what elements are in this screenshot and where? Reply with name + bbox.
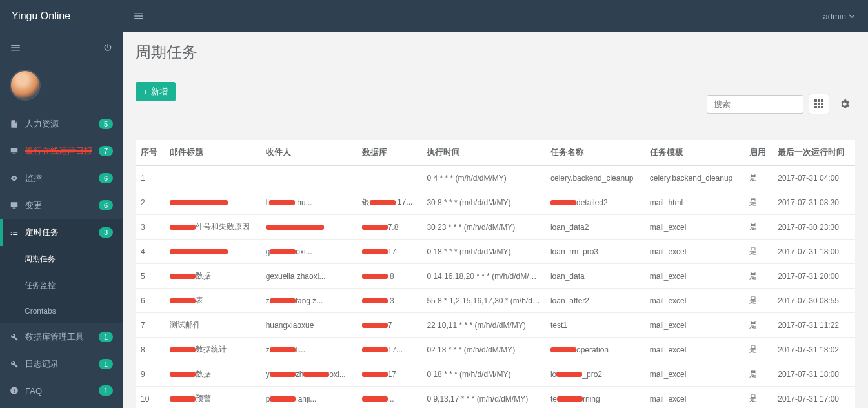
table-cell: yzhoxi... — [261, 362, 357, 387]
sidebar-toggle-icon[interactable] — [10, 42, 21, 54]
table-cell: 数据统计 — [165, 338, 261, 362]
table-cell: 17 — [357, 240, 422, 264]
table-cell: 22 10,11 * * * (m/h/d/dM/MY) — [421, 313, 545, 338]
table-cell: loan_data — [545, 264, 645, 289]
table-cell: li hu... — [261, 190, 357, 215]
column-header-3[interactable]: 数据库 — [357, 140, 422, 165]
table-cell: zfang z... — [261, 289, 357, 313]
table-row[interactable]: 3件号和失败原因7.830 23 * * * (m/h/d/dM/MY)loan… — [136, 215, 855, 240]
sidebar-item-label: 数据库管理工具 — [25, 331, 99, 343]
table-cell: .8 — [357, 264, 422, 289]
list-icon — [10, 228, 20, 237]
table-cell: zli... — [261, 338, 357, 362]
column-header-0[interactable]: 序号 — [136, 140, 165, 165]
table-cell: 0 14,16,18,20 * * * (m/h/d/dM/MY) — [421, 264, 545, 289]
sidebar-subitem-2[interactable]: Crontabs — [0, 299, 123, 323]
table-cell: 是 — [744, 362, 773, 387]
table-cell: celery.backend_cleanup — [545, 165, 645, 190]
sidebar-item-0[interactable]: 人力资源5 — [0, 110, 123, 138]
column-header-5[interactable]: 任务名称 — [545, 140, 645, 165]
table-cell: 2017-07-31 04:00 — [772, 165, 855, 190]
menu-toggle-icon[interactable] — [123, 0, 155, 32]
sidebar-item-7[interactable]: !FAQ1 — [0, 378, 123, 403]
svg-text:!: ! — [14, 388, 15, 394]
table-row[interactable]: 8数据统计zli...17...02 18 * * * (m/h/d/dM/MY… — [136, 338, 855, 362]
table-cell: mail_excel — [645, 215, 744, 240]
table-cell: 3 — [136, 215, 165, 240]
table-cell: huangxiaoxue — [261, 313, 357, 338]
sidebar: 人力资源5银行在线运营日报7监控6变更6定时任务3周期任务任务监控Crontab… — [0, 32, 123, 408]
table-cell: ... — [357, 387, 422, 409]
plus-icon: + — [143, 87, 148, 97]
sidebar-subitem-label: 周期任务 — [25, 254, 113, 265]
table-row[interactable]: 2li hu...银 17...30 8 * * * (m/h/d/dM/MY)… — [136, 190, 855, 215]
table-cell: 是 — [744, 313, 773, 338]
table-cell: 数据 — [165, 362, 261, 387]
sidebar-item-3[interactable]: 变更6 — [0, 192, 123, 219]
column-header-4[interactable]: 执行时间 — [421, 140, 545, 165]
table-cell: mail_excel — [645, 362, 744, 387]
sidebar-item-badge: 6 — [99, 200, 113, 210]
info-icon: ! — [10, 386, 20, 395]
table-row[interactable]: 6表zfang z....355 8 * 1,2,15,16,17,30 * (… — [136, 289, 855, 313]
table-cell: p anji... — [261, 387, 357, 409]
table-cell: terning — [545, 387, 645, 409]
table-row[interactable]: 9数据yzhoxi...170 18 * * * (m/h/d/dM/MY)lo… — [136, 362, 855, 387]
table-row[interactable]: 4goxi...170 18 * * * (m/h/d/dM/MY)loan_r… — [136, 240, 855, 264]
column-header-7[interactable]: 启用 — [744, 140, 773, 165]
wrench-icon — [10, 360, 20, 369]
wrench-icon — [10, 332, 20, 342]
table-row[interactable]: 10 4 * * * (m/h/d/dM/MY)celery.backend_c… — [136, 165, 855, 190]
sidebar-item-1[interactable]: 银行在线运营日报7 — [0, 138, 123, 165]
table-cell: 7 — [136, 313, 165, 338]
table-row[interactable]: 7测试邮件huangxiaoxue722 10,11 * * * (m/h/d/… — [136, 313, 855, 338]
grid-icon — [814, 99, 823, 108]
avatar[interactable] — [10, 70, 41, 101]
sidebar-item-5[interactable]: 数据库管理工具1 — [0, 323, 123, 351]
table-cell: 2017-07-31 11:22 — [772, 313, 855, 338]
table-row[interactable]: 5数据gexueiia zhaoxi....80 14,16,18,20 * *… — [136, 264, 855, 289]
sidebar-subitem-label: 任务监控 — [25, 280, 113, 291]
sidebar-subitem-0[interactable]: 周期任务 — [0, 246, 123, 272]
table-cell: 是 — [744, 264, 773, 289]
table-cell: loan_after2 — [545, 289, 645, 313]
columns-toggle-button[interactable] — [809, 94, 829, 114]
add-button[interactable]: + 新增 — [136, 82, 176, 101]
table-cell — [165, 165, 261, 190]
table-cell: 5 — [136, 264, 165, 289]
table-cell: 10 — [136, 387, 165, 409]
column-header-2[interactable]: 收件人 — [261, 140, 357, 165]
table-row[interactable]: 10预警p anji......0 9,13,17 * * * (m/h/d/d… — [136, 387, 855, 409]
sidebar-item-6[interactable]: 日志记录1 — [0, 351, 123, 378]
table-cell: 0 18 * * * (m/h/d/dM/MY) — [421, 362, 545, 387]
brand[interactable]: Yingu Online — [0, 0, 123, 32]
table-cell: 是 — [744, 338, 773, 362]
table-cell: goxi... — [261, 240, 357, 264]
sidebar-item-2[interactable]: 监控6 — [0, 165, 123, 192]
column-header-8[interactable]: 最后一次运行时间 — [772, 140, 855, 165]
svg-rect-3 — [818, 99, 820, 102]
sidebar-item-label: 监控 — [25, 172, 99, 184]
sidebar-item-4[interactable]: 定时任务3 — [0, 219, 123, 246]
table-cell — [261, 215, 357, 240]
table-cell: 2017-07-31 18:00 — [772, 240, 855, 264]
table-cell: 件号和失败原因 — [165, 215, 261, 240]
user-menu[interactable]: admin — [811, 12, 868, 21]
settings-button[interactable] — [834, 94, 855, 114]
table-cell: 30 8 * * * (m/h/d/dM/MY) — [421, 190, 545, 215]
table-cell: detailed2 — [545, 190, 645, 215]
table-cell: 2017-07-31 18:02 — [772, 338, 855, 362]
sidebar-subitem-1[interactable]: 任务监控 — [0, 272, 123, 299]
chevron-down-icon — [849, 13, 855, 19]
sidebar-item-label: 日志记录 — [25, 358, 99, 370]
table-cell: 30 23 * * * (m/h/d/dM/MY) — [421, 215, 545, 240]
table-cell: 9 — [136, 362, 165, 387]
column-header-1[interactable]: 邮件标题 — [165, 140, 261, 165]
user-name: admin — [823, 12, 846, 21]
table-cell: 预警 — [165, 387, 261, 409]
search-input[interactable] — [707, 95, 803, 114]
table-cell: loan_rm_pro3 — [545, 240, 645, 264]
table-cell — [165, 190, 261, 215]
power-icon[interactable] — [103, 43, 113, 53]
column-header-6[interactable]: 任务模板 — [645, 140, 744, 165]
